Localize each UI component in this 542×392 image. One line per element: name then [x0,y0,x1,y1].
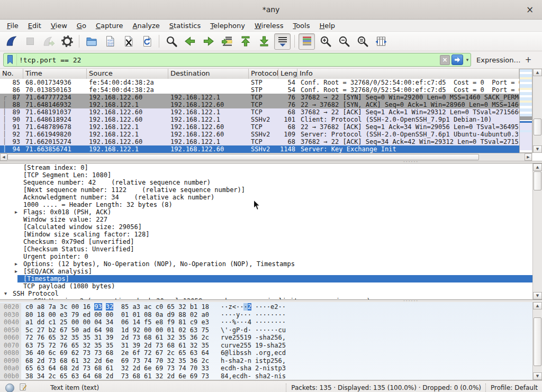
close-file-button[interactable] [120,33,137,50]
expander-icon[interactable]: ▸ [15,208,17,216]
detail-line[interactable]: Sequence number: 42 (relative sequence n… [0,179,532,186]
hex-row-00a0[interactable]: 00a065 63 64 68 2d 73 68 61 32 2d 6e 69 … [0,364,532,372]
detail-line[interactable]: [Checksum Status: Unverified] [0,245,532,253]
packet-row-85[interactable]: 8568.001734936fe:54:00:d4:38:2aSTP54Conf… [0,79,519,86]
scroll-thumb[interactable] [534,118,541,135]
packet-row-86[interactable]: 8670.013850163fe:54:00:d4:38:2aSTP54Conf… [0,86,519,94]
menu-telephony[interactable]: Telephony [205,21,250,31]
save-file-button[interactable]: 010101100111 [102,33,118,50]
zoom-original-button[interactable] [354,33,371,50]
scroll-right-arrow[interactable]: ▶ [525,153,532,161]
column-header-no[interactable]: No. [0,69,23,79]
packet-row-89[interactable]: │8971.648191037192.168.122.60192.168.122… [0,108,519,116]
scroll-up-arrow[interactable]: ▲ [533,69,542,76]
scroll-up-arrow[interactable]: ▲ [533,302,542,309]
expression-button[interactable]: Expression… [476,56,521,64]
resize-columns-button[interactable] [373,33,389,50]
menu-go[interactable]: Go [72,21,91,31]
detail-line[interactable]: 1000 .... = Header Length: 32 bytes (8) [0,201,532,208]
hex-row-0020[interactable]: 0020c0 a8 7a 3c 00 16 93 32 85 a3 ac c0 … [0,303,532,311]
menu-statistics[interactable]: Statistics [165,21,205,31]
colorize-button[interactable] [299,33,315,50]
hex-row-0070[interactable]: 007063 75 72 76 65 32 35 35 31 39 2d 73 … [0,342,532,350]
menu-help[interactable]: Help [314,21,340,31]
packet-row-87[interactable]: ┌8771.647777234192.168.122.60192.168.122… [0,94,519,101]
menu-file[interactable]: File [2,21,23,31]
scroll-thumb[interactable] [534,317,541,366]
packet-row-92[interactable]: │9271.661949820192.168.122.1192.168.122.… [0,131,519,138]
expander-icon[interactable]: ▸ [15,275,17,282]
scroll-left-arrow[interactable]: ◀ [0,153,7,161]
hex-row-0080[interactable]: 008036 40 6c 69 62 73 73 68 2e 6f 72 67 … [0,349,532,357]
filter-clear-button[interactable]: × [440,55,450,65]
menu-edit[interactable]: Edit [23,21,46,31]
column-header-protocol[interactable]: Protocol [249,69,278,79]
packet-row-93[interactable]: │9371.662015274192.168.122.60192.168.122… [0,138,519,145]
menu-view[interactable]: View [46,21,72,31]
detail-line[interactable]: ▾SSH Protocol [0,290,532,297]
packet-row-88[interactable]: │8871.648146932192.168.122.1192.168.122.… [0,101,519,108]
column-header-time[interactable]: Time [23,69,87,79]
go-last-button[interactable] [256,33,272,50]
display-filter-input[interactable] [17,56,440,64]
start-capture-button[interactable] [3,33,20,50]
detail-line[interactable]: [Calculated window size: 29056] [0,223,532,231]
go-back-button[interactable] [182,33,198,50]
filter-apply-button[interactable] [451,54,463,65]
hex-row-0090[interactable]: 009068 2d 73 68 61 32 2d 6e 69 73 74 70 … [0,357,532,365]
detail-line[interactable]: ▸Options: (12 bytes), No-Operation (NOP)… [0,260,532,268]
detail-line[interactable]: Window size value: 227 [0,216,532,223]
column-header-info[interactable]: Info [297,69,519,79]
open-file-button[interactable] [83,33,100,50]
go-forward-button[interactable] [200,33,216,50]
menu-capture[interactable]: Capture [91,21,128,31]
expander-icon[interactable]: ▸ [15,268,17,275]
go-to-packet-button[interactable] [219,33,235,50]
details-vscrollbar[interactable]: ▲ ▼ [532,163,542,299]
expander-icon[interactable]: ▸ [15,260,17,268]
menu-wireless[interactable]: Wireless [250,21,288,31]
window-close-button[interactable]: × [524,4,536,15]
expert-info-icon[interactable] [5,384,14,392]
detail-line[interactable]: ▸[Timestamps] [0,275,532,282]
hex-row-0060[interactable]: 006072 76 65 32 35 35 31 39 2d 73 68 61 … [0,334,532,342]
detail-line[interactable]: ▸Flags: 0x018 (PSH, ACK) [0,208,532,216]
capture-options-button[interactable] [59,33,75,50]
capture-comment-icon[interactable] [20,383,27,392]
scroll-thumb[interactable] [534,171,541,190]
auto-scroll-button[interactable] [274,33,291,50]
scroll-down-arrow[interactable]: ▼ [533,292,542,299]
detail-line[interactable]: ▸SSH Version 2 (encryption:chacha20-poly… [0,297,532,299]
hex-row-0050[interactable]: 00505c 27 b2 67 50 ad 64 98 1d 92 00 00 … [0,326,532,334]
find-packet-button[interactable] [163,33,179,50]
detail-line[interactable]: Urgent pointer: 0 [0,253,532,260]
go-first-button[interactable] [237,33,254,50]
filter-add-button[interactable]: + [523,55,534,65]
detail-line[interactable]: [TCP Segment Len: 1080] [0,171,532,179]
detail-line[interactable]: ▸[SEQ/ACK analysis] [0,268,532,275]
column-header-length[interactable]: Length [278,69,297,79]
hex-row-0030[interactable]: 003080 18 00 e3 79 ed 00 00 01 01 08 0a … [0,311,532,319]
detail-line[interactable]: Checksum: 0x79ed [unverified] [0,238,532,245]
expander-icon[interactable]: ▸ [25,297,28,299]
reload-file-button[interactable] [139,33,155,50]
packet-row-90[interactable]: │9071.648618924192.168.122.60192.168.122… [0,116,519,123]
detail-line[interactable]: Acknowledgment number: 34 (relative ack … [0,194,532,201]
hex-row-0040[interactable]: 0040a1 dd c1 25 00 00 04 34 06 14 f5 e8 … [0,318,532,326]
intelligent-scrollbar-minimap[interactable] [519,69,532,153]
filter-dropdown-button[interactable]: ▾ [464,55,471,65]
column-header-source[interactable]: Source [87,69,168,79]
hex-row-00b0[interactable]: 00b038 34 2c 65 63 64 68 2d 73 68 61 32 … [0,372,532,380]
scroll-down-arrow[interactable]: ▼ [533,372,542,380]
status-profile[interactable]: Profile: Default [491,384,538,391]
menu-tools[interactable]: Tools [288,21,314,31]
packet-list-hscrollbar[interactable]: ◀ ▶ [0,153,532,161]
packet-list-vscrollbar[interactable]: ▲ ▼ [532,69,542,153]
scroll-up-arrow[interactable]: ▲ [533,163,542,171]
bytes-vscrollbar[interactable]: ▲ ▼ [532,302,542,380]
detail-line[interactable]: [Stream index: 0] [0,164,532,171]
expander-icon[interactable]: ▾ [4,290,7,297]
zoom-out-button[interactable] [336,33,352,50]
menu-analyze[interactable]: Analyze [128,21,165,31]
title-bar[interactable]: *any × [0,0,542,20]
